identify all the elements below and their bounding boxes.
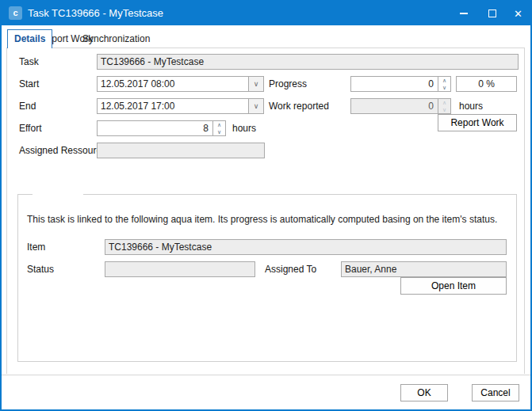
item-field: TC139666 - MyTestcase: [105, 239, 507, 255]
work-reported-input: [351, 99, 438, 113]
tab-details[interactable]: Details: [7, 29, 52, 48]
start-date-combo[interactable]: ∨: [97, 76, 264, 92]
maximize-icon: [488, 10, 496, 17]
work-reported-spinner: ∧ ∨: [350, 98, 451, 114]
window-title: Task TC139666 - MyTestcase: [28, 2, 163, 25]
chevron-down-icon: ∨: [254, 80, 259, 88]
effort-label: Effort: [19, 120, 41, 136]
progress-input[interactable]: [351, 77, 438, 91]
assigned-to-field: Bauer, Anne: [341, 261, 507, 277]
spinner-up-icon[interactable]: ∧: [438, 77, 450, 84]
open-item-button[interactable]: Open Item: [400, 277, 507, 295]
task-dialog-window: c Task TC139666 - MyTestcase ✕ Details R…: [0, 0, 532, 411]
close-button[interactable]: ✕: [506, 2, 530, 25]
spinner-up-icon: ∧: [438, 99, 450, 106]
chevron-down-icon: ∨: [254, 102, 259, 110]
spinner-down-icon: ∨: [438, 106, 450, 113]
groupbox-caption-gap: [33, 193, 83, 196]
progress-label: Progress: [269, 76, 307, 92]
status-field: [105, 261, 255, 277]
close-icon: ✕: [514, 8, 522, 20]
assigned-ressource-label: Assigned Ressource: [19, 143, 106, 158]
work-reported-label: Work reported: [269, 98, 329, 114]
report-work-button[interactable]: Report Work: [438, 114, 517, 131]
linked-item-description: This task is linked to the following aqu…: [27, 214, 503, 225]
tab-page-top-border: [6, 48, 525, 48]
start-dropdown-button[interactable]: ∨: [248, 77, 263, 91]
task-field: TC139666 - MyTestcase: [97, 54, 519, 70]
status-label: Status: [27, 261, 54, 277]
end-label: End: [19, 98, 36, 114]
footer-separator: [2, 375, 530, 375]
cancel-button[interactable]: Cancel: [472, 384, 519, 401]
end-date-input[interactable]: [98, 99, 248, 113]
title-bar: c Task TC139666 - MyTestcase ✕: [2, 2, 530, 25]
item-label: Item: [27, 239, 45, 255]
ok-button[interactable]: OK: [400, 384, 448, 401]
tab-synchronization[interactable]: Synchronization: [82, 30, 150, 48]
effort-input[interactable]: [98, 121, 212, 135]
minimize-button[interactable]: [450, 2, 477, 25]
tab-page-left-border: [6, 48, 7, 374]
start-label: Start: [19, 76, 39, 92]
assigned-ressource-field: [97, 143, 265, 158]
app-icon: c: [9, 6, 22, 20]
assigned-to-label: Assigned To: [265, 261, 316, 277]
spinner-up-icon[interactable]: ∧: [213, 121, 225, 128]
spinner-down-icon[interactable]: ∨: [438, 84, 450, 91]
work-reported-unit-label: hours: [459, 98, 483, 114]
progress-spinner[interactable]: ∧ ∨: [350, 76, 451, 92]
spinner-down-icon[interactable]: ∨: [213, 128, 225, 135]
tab-page-right-border: [524, 48, 525, 374]
task-label: Task: [19, 54, 39, 70]
effort-spinner[interactable]: ∧ ∨: [97, 120, 226, 136]
start-date-input[interactable]: [98, 77, 248, 91]
end-dropdown-button[interactable]: ∨: [248, 99, 263, 113]
effort-unit-label: hours: [232, 120, 256, 136]
end-date-combo[interactable]: ∨: [97, 98, 264, 114]
minimize-icon: [460, 13, 468, 14]
progress-percent-display: 0 %: [456, 76, 517, 92]
maximize-button[interactable]: [479, 2, 506, 25]
